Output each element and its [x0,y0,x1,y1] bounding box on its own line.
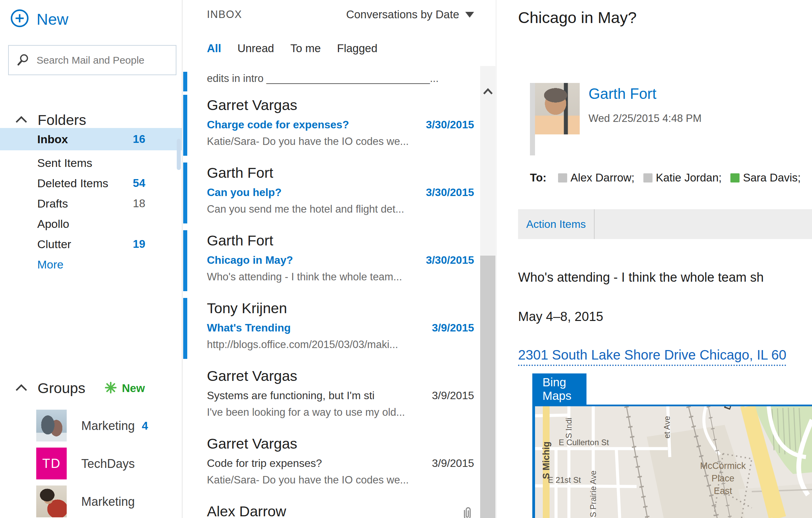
left-sidebar: New Folders Inbox 16 Sent Ite [0,0,182,518]
mail-sender: Tony Krijnen [207,300,287,317]
group-avatar [36,485,67,517]
mail-sender: Garret Vargas [207,435,297,452]
mail-sender: Garth Fort [207,165,273,181]
caret-down-icon [465,12,474,18]
scroll-up-chevron-icon[interactable] [483,88,493,96]
groups-header-label: Groups [38,380,85,396]
mail-item[interactable]: Tony Krijnen What's Trending 3/9/2015 ht… [183,295,496,363]
bing-maps-tab-label: Bing Maps [542,375,586,403]
action-items-tab[interactable]: Action Items [526,209,598,239]
tab-divider [594,209,595,239]
mail-item-selected[interactable]: Garth Fort Chicago in May? 3/30/2015 Who… [183,228,496,295]
new-button[interactable]: New [10,9,68,29]
filter-tab-to-me[interactable]: To me [290,42,321,55]
svg-text:S Prairie Ave: S Prairie Ave [589,471,598,517]
recipient-sara-davis[interactable]: Sara Davis; [730,171,801,184]
mail-item-partial[interactable]: edits in intro _________________________… [183,70,474,92]
mail-subject: Charge code for expenses? [207,118,349,131]
mail-subject: Code for trip expenses? [207,457,322,470]
map-card-header: Bing Maps [532,373,812,406]
filter-tab-unread[interactable]: Unread [237,42,274,55]
mail-preview: edits in intro _________________________… [207,72,474,85]
sort-dropdown[interactable]: Conversations by Date [346,8,474,21]
sidebar-folder-apollo[interactable]: Apollo [0,213,182,234]
search-box[interactable] [8,45,176,75]
folders-more-link[interactable]: More [37,258,63,271]
sidebar-group-marketing-1[interactable]: Marketing 4 [0,410,182,442]
mail-preview: Katie/Sara- Do you have the IO codes we.… [207,474,475,486]
sidebar-folder-clutter[interactable]: Clutter 19 [0,234,182,255]
mail-date: 3/9/2015 [432,457,474,470]
scrollbar-thumb[interactable] [480,256,495,518]
reading-pane: Chicago in May? Garth Fort Wed 2/25/2015… [496,0,812,518]
svg-text:et Ave: et Ave [662,416,671,438]
address-link[interactable]: 2301 South Lake Shore Drive Chicago, IL … [518,347,786,366]
folder-label: Deleted Items [37,177,108,190]
recipient-katie-jordan[interactable]: Katie Jordan; [643,171,722,184]
recipient-alex-darrow[interactable]: Alex Darrow; [558,171,635,184]
svg-text:E Cullerton St: E Cullerton St [559,438,609,447]
bing-maps-tab[interactable]: Bing Maps [532,373,586,405]
folder-unread-count: 19 [133,238,145,251]
mail-preview: http://blogs.office.com/2015/03/03/maki.… [207,339,475,351]
folder-label: Sent Items [37,156,92,170]
presence-indicator [558,173,567,182]
svg-text:East: East [714,486,732,496]
unread-indicator-bar [183,298,187,359]
collapse-folders-chevron-icon[interactable] [15,115,27,125]
mail-sender: Garth Fort [207,232,273,249]
sidebar-folder-inbox[interactable]: Inbox 16 [0,128,182,150]
svg-text:S Indi: S Indi [564,418,573,438]
sidebar-group-marketing-2[interactable]: Marketing [0,485,182,518]
street-map-image[interactable]: E Cullerton St E 21st St S Michig S Indi… [535,406,812,518]
unread-indicator-bar [183,163,187,223]
filter-tab-flagged[interactable]: Flagged [337,42,377,55]
mail-list-header: INBOX Conversations by Date [207,8,474,21]
svg-text:E 21st St: E 21st St [548,475,581,484]
groups-section-header: Groups New [15,380,145,396]
mail-item[interactable]: Garret Vargas Systems are functioning, b… [183,363,496,431]
mail-preview: Katie/Sara- Do you have the IO codes we.… [207,135,475,148]
group-unread-count: 4 [142,419,148,432]
sidebar-scrollbar-thumb[interactable] [177,139,181,170]
sidebar-group-techdays[interactable]: TD TechDays [0,448,182,480]
filter-tab-all[interactable]: All [207,42,221,55]
mail-list-scrollbar[interactable] [480,66,495,518]
folder-label: Drafts [37,197,68,210]
recipient-name: Sara Davis; [743,171,801,184]
sidebar-folder-drafts[interactable]: Drafts 18 [0,193,182,214]
recipients-row: To: Alex Darrow; Katie Jordan; Sara Davi… [530,171,801,184]
sender-avatar[interactable] [535,83,580,134]
unread-indicator-bar [183,230,187,291]
sender-name-link[interactable]: Garth Fort [589,85,657,102]
search-input[interactable] [36,54,166,66]
folder-label: Clutter [37,238,71,251]
unread-indicator-bar [183,95,187,156]
unread-indicator-bar [183,72,187,91]
mail-item[interactable]: Garth Fort Can you help? 3/30/2015 Can y… [183,160,496,228]
filter-tabs: All Unread To me Flagged [207,42,378,55]
mail-list-pane: INBOX Conversations by Date All Unread T… [183,0,496,518]
mail-preview: Who's attending - I think the whole team… [207,271,475,283]
mail-item[interactable]: Garret Vargas Charge code for expenses? … [183,92,496,160]
map-viewport[interactable]: E Cullerton St E 21st St S Michig S Indi… [532,406,812,518]
message-timestamp: Wed 2/25/2015 4:48 PM [589,112,702,125]
svg-text:Place: Place [711,473,734,483]
folders-section-header: Folders [15,112,86,128]
mail-date: 3/9/2015 [432,322,474,334]
mail-item[interactable]: Alex Darrow [183,498,496,518]
mail-sender: Alex Darrow [207,503,286,518]
list-folder-title: INBOX [207,8,242,21]
sidebar-folder-deleted-items[interactable]: Deleted Items 54 [0,173,182,194]
mail-item[interactable]: Garret Vargas Code for trip expenses? 3/… [183,431,496,498]
mail-date: 3/30/2015 [426,254,474,266]
folders-header-label: Folders [38,112,86,128]
message-subject-title: Chicago in May? [518,8,637,27]
sidebar-folder-sent-items[interactable]: Sent Items [0,152,182,173]
sender-accent-bar [530,83,535,155]
outlook-mail-app: New Folders Inbox 16 Sent Ite [0,0,812,518]
collapse-groups-chevron-icon[interactable] [15,384,27,393]
groups-new-badge-label: New [122,382,145,395]
group-label: Marketing [81,495,142,509]
mail-sender: Garret Vargas [207,97,297,113]
